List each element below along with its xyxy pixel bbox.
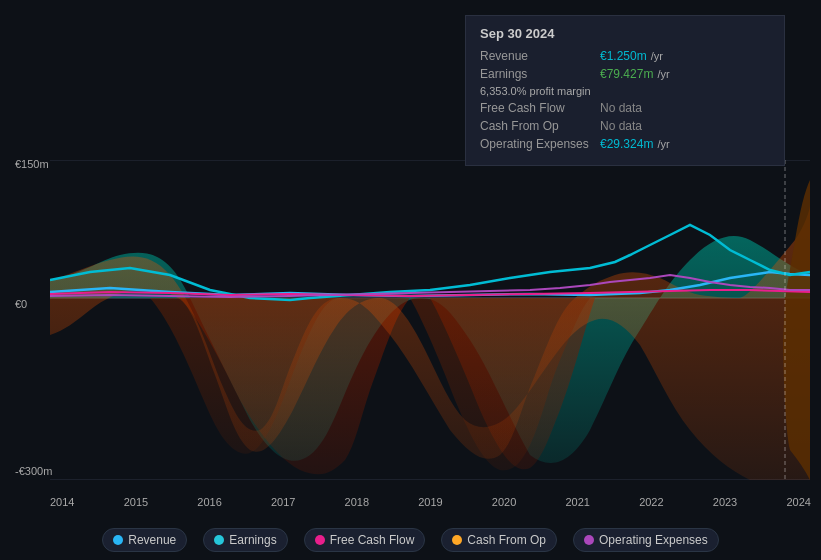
tooltip-profit-margin: 6,353.0% profit margin bbox=[480, 85, 770, 97]
legend-label-revenue: Revenue bbox=[128, 533, 176, 547]
legend-item-opex[interactable]: Operating Expenses bbox=[573, 528, 719, 552]
legend-dot-opex bbox=[584, 535, 594, 545]
x-axis-labels: 2014 2015 2016 2017 2018 2019 2020 2021 … bbox=[50, 496, 811, 508]
y-label-0: €0 bbox=[15, 298, 27, 310]
legend-item-revenue[interactable]: Revenue bbox=[102, 528, 187, 552]
tooltip-unit-earnings: /yr bbox=[657, 68, 669, 80]
legend-dot-cfo bbox=[452, 535, 462, 545]
tooltip-row-cfo: Cash From Op No data bbox=[480, 119, 770, 133]
x-label-2016: 2016 bbox=[197, 496, 221, 508]
x-label-2021: 2021 bbox=[565, 496, 589, 508]
legend-item-fcf[interactable]: Free Cash Flow bbox=[304, 528, 426, 552]
x-label-2024: 2024 bbox=[786, 496, 810, 508]
legend-label-earnings: Earnings bbox=[229, 533, 276, 547]
tooltip-row-revenue: Revenue €1.250m /yr bbox=[480, 49, 770, 63]
tooltip-row-earnings: Earnings €79.427m /yr bbox=[480, 67, 770, 81]
tooltip-card: Sep 30 2024 Revenue €1.250m /yr Earnings… bbox=[465, 15, 785, 166]
y-label-n300: -€300m bbox=[15, 465, 52, 477]
x-label-2015: 2015 bbox=[124, 496, 148, 508]
x-label-2022: 2022 bbox=[639, 496, 663, 508]
tooltip-value-opex: €29.324m bbox=[600, 137, 653, 151]
legend-item-earnings[interactable]: Earnings bbox=[203, 528, 287, 552]
x-label-2023: 2023 bbox=[713, 496, 737, 508]
x-label-2018: 2018 bbox=[345, 496, 369, 508]
legend-label-fcf: Free Cash Flow bbox=[330, 533, 415, 547]
tooltip-label-opex: Operating Expenses bbox=[480, 137, 600, 151]
chart-legend: Revenue Earnings Free Cash Flow Cash Fro… bbox=[0, 528, 821, 552]
tooltip-unit-revenue: /yr bbox=[651, 50, 663, 62]
legend-item-cfo[interactable]: Cash From Op bbox=[441, 528, 557, 552]
tooltip-label-cfo: Cash From Op bbox=[480, 119, 600, 133]
y-label-150: €150m bbox=[15, 158, 49, 170]
x-label-2020: 2020 bbox=[492, 496, 516, 508]
x-label-2017: 2017 bbox=[271, 496, 295, 508]
tooltip-row-fcf: Free Cash Flow No data bbox=[480, 101, 770, 115]
x-label-2014: 2014 bbox=[50, 496, 74, 508]
legend-dot-revenue bbox=[113, 535, 123, 545]
tooltip-label-fcf: Free Cash Flow bbox=[480, 101, 600, 115]
tooltip-value-revenue: €1.250m bbox=[600, 49, 647, 63]
tooltip-date: Sep 30 2024 bbox=[480, 26, 770, 41]
tooltip-unit-opex: /yr bbox=[657, 138, 669, 150]
legend-dot-earnings bbox=[214, 535, 224, 545]
legend-label-cfo: Cash From Op bbox=[467, 533, 546, 547]
legend-dot-fcf bbox=[315, 535, 325, 545]
tooltip-value-earnings: €79.427m bbox=[600, 67, 653, 81]
tooltip-value-fcf: No data bbox=[600, 101, 642, 115]
tooltip-label-earnings: Earnings bbox=[480, 67, 600, 81]
legend-label-opex: Operating Expenses bbox=[599, 533, 708, 547]
chart-svg bbox=[50, 160, 810, 480]
tooltip-row-opex: Operating Expenses €29.324m /yr bbox=[480, 137, 770, 151]
tooltip-label-revenue: Revenue bbox=[480, 49, 600, 63]
tooltip-value-cfo: No data bbox=[600, 119, 642, 133]
x-label-2019: 2019 bbox=[418, 496, 442, 508]
